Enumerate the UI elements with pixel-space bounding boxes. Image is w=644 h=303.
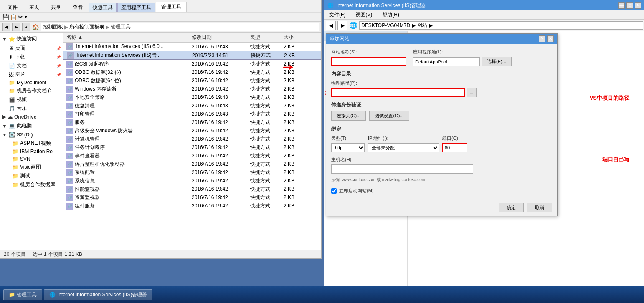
office-icon: 📁 — [9, 88, 15, 94]
file-row-19[interactable]: 🔗组件服务 2016/7/16 19:42 快捷方式 2 KB — [63, 202, 321, 210]
sidebar-item-docs[interactable]: 📄 文档 📌 — [0, 61, 63, 70]
physical-path-row: ... — [331, 88, 552, 97]
asp-label: ASP.NET视频 — [20, 140, 51, 147]
file-icon-19: 🔗 — [66, 203, 73, 210]
col-header-name[interactable]: 名称 ▲ — [65, 33, 190, 41]
hostname-input[interactable] — [331, 164, 473, 174]
iis-forward-btn[interactable]: ▶ — [337, 21, 347, 30]
iis-menu-file[interactable]: 文件(F) — [326, 10, 349, 19]
file-row-0[interactable]: 🔗 Internet Information Services (IIS) 6.… — [63, 43, 321, 51]
sidebar-item-asp[interactable]: 📁 ASP.NET视频 — [0, 139, 63, 148]
app-pool-input[interactable] — [413, 57, 480, 66]
start-website-row: 立即启动网站(M) — [331, 188, 552, 194]
file-size-10: 2 KB — [282, 128, 307, 134]
sidebar-item-mydoc[interactable]: 📁 MyDocument — [0, 79, 63, 86]
back-btn[interactable]: ◀ — [2, 23, 10, 31]
tab-manage1[interactable]: 快捷工具 — [89, 3, 117, 12]
taskbar-iis-btn[interactable]: 🌐 Internet Information Services (IIS)管理器 — [44, 289, 152, 300]
file-row-7[interactable]: 🔗磁盘清理 2016/7/16 19:43 快捷方式 2 KB — [63, 101, 321, 110]
iis-menu-view[interactable]: 视图(V) — [352, 10, 375, 19]
file-row-15[interactable]: 🔗系统配置 2016/7/16 19:42 快捷方式 2 KB — [63, 168, 321, 177]
taskbar-explorer-btn[interactable]: 📁 管理工具 — [3, 289, 42, 300]
sidebar-item-pics[interactable]: 🖼 图片 📌 — [0, 70, 63, 79]
file-size-4: 2 KB — [282, 78, 307, 83]
type-select[interactable]: http https — [331, 143, 365, 152]
file-row-5[interactable]: 🔗Windows 内存诊断 2016/7/16 19:42 快捷方式 2 KB — [63, 85, 321, 93]
taskbar: 📁 管理工具 🌐 Internet Information Services (… — [0, 286, 644, 303]
sidebar-item-office[interactable]: 📁 机房合作文档 (: — [0, 86, 63, 95]
tab-share[interactable]: 共享 — [46, 2, 66, 12]
file-row-12[interactable]: 🔗任务计划程序 2016/7/16 19:42 快捷方式 2 KB — [63, 143, 321, 152]
dialog-close-btn[interactable]: ✕ — [547, 35, 554, 42]
status-bar: 20 个项目 选中 1 个项目 1.21 KB — [0, 250, 321, 258]
file-row-14[interactable]: 🔗碎片整理和优化驱动器 2016/7/16 19:42 快捷方式 2 KB — [63, 160, 321, 168]
col-header-size[interactable]: 大小 — [282, 33, 307, 41]
file-name-19: 🔗组件服务 — [65, 202, 190, 210]
sidebar-item-ibm[interactable]: 📁 IBM Ration Ro — [0, 148, 63, 155]
start-website-checkbox[interactable] — [331, 188, 337, 194]
col-header-date[interactable]: 修改日期 — [190, 33, 248, 41]
tab-view[interactable]: 查看 — [67, 2, 88, 12]
sidebar-section-s2[interactable]: ▼ 💽 S2 (D:) — [0, 131, 63, 139]
sidebar-section-onedrive[interactable]: ▶ ☁ OneDrive — [0, 113, 63, 121]
ok-btn[interactable]: 确定 — [499, 203, 524, 212]
file-row-13[interactable]: 🔗事件查看器 2016/7/16 19:42 快捷方式 2 KB — [63, 152, 321, 160]
forward-btn[interactable]: ▶ — [12, 23, 20, 31]
file-type-8: 快捷方式 — [248, 111, 282, 118]
tab-manage3[interactable]: 管理工具 — [156, 2, 187, 12]
file-row-18[interactable]: 🔗资源监视器 2016/7/16 19:42 快捷方式 2 KB — [63, 193, 321, 202]
select-pool-btn[interactable]: 选择(E)... — [482, 57, 512, 66]
iis-back-btn[interactable]: ◀ — [326, 21, 336, 30]
address-path[interactable]: 控制面板 ▶ 所有控制面板项 ▶ 管理工具 — [41, 23, 319, 31]
cancel-btn[interactable]: 取消 — [527, 203, 552, 212]
col-header-type[interactable]: 类型 — [248, 33, 282, 41]
chevron-icon2: ▶ — [2, 114, 6, 120]
sidebar-item-db[interactable]: 📁 机房合作数据库 — [0, 180, 63, 189]
file-row-17[interactable]: 🔗性能监视器 2016/7/16 19:42 快捷方式 2 KB — [63, 185, 321, 193]
tab-manage1-label: 快捷工具 — [93, 4, 113, 11]
port-input[interactable] — [442, 143, 467, 152]
test-settings-btn[interactable]: 测试设置(G)... — [369, 111, 409, 121]
drive-icon: 💽 — [9, 132, 15, 138]
up-btn[interactable]: ▲ — [22, 23, 30, 31]
file-row-10[interactable]: 🔗高级安全 Windows 防火墙 2016/7/16 19:42 快捷方式 2… — [63, 126, 321, 135]
tab-manage2[interactable]: 应用程序工具 — [117, 3, 155, 12]
ip-select[interactable]: 全部未分配 — [368, 143, 439, 152]
file-row-1[interactable]: 🔗 Internet Information Services (IIS)管..… — [63, 51, 321, 60]
sidebar-item-music[interactable]: 🎵 音乐 — [0, 104, 63, 113]
minimize-btn[interactable]: — — [618, 2, 625, 9]
dialog-help-btn[interactable]: ? — [539, 35, 545, 42]
sidebar-item-video[interactable]: 🎬 视频 — [0, 95, 63, 104]
sidebar-item-svn[interactable]: 📁 SVN — [0, 155, 63, 163]
tab-home[interactable]: 主页 — [24, 2, 45, 12]
iis-breadcrumb[interactable]: DESKTOP-VG04M7D ▶ 网站 ▶ — [359, 21, 643, 30]
site-name-input[interactable] — [331, 57, 406, 66]
sidebar-item-test[interactable]: 📁 测试 — [0, 172, 63, 180]
file-row-6[interactable]: 🔗本地安全策略 2016/7/16 19:43 快捷方式 2 KB — [63, 93, 321, 101]
connect-as-btn[interactable]: 连接为(C)... — [331, 111, 366, 121]
file-type-12: 快捷方式 — [248, 144, 282, 151]
file-row-4[interactable]: 🔗ODBC 数据源(64 位) 2016/7/16 19:42 快捷方式 2 K… — [63, 76, 321, 85]
browse-btn[interactable]: ... — [467, 88, 477, 97]
sidebar-item-desktop[interactable]: 🖥 桌面 📌 — [0, 44, 63, 53]
file-row-16[interactable]: 🔗系统信息 2016/7/16 19:42 快捷方式 2 KB — [63, 177, 321, 185]
sidebar-section-quick-access[interactable]: ▼ ⭐ 快速访问 — [0, 34, 63, 44]
iis-menu-help[interactable]: 帮助(H) — [379, 10, 403, 19]
file-row-8[interactable]: 🔗打印管理 2016/7/16 19:43 快捷方式 2 KB — [63, 110, 321, 118]
file-row-11[interactable]: 🔗计算机管理 2016/7/16 19:42 快捷方式 2 KB — [63, 135, 321, 143]
sidebar-item-download[interactable]: ⬇ 下载 📌 — [0, 53, 63, 61]
tab-file[interactable]: 文件 — [2, 2, 23, 12]
example-text: 示例: www.contoso.com 或 marketing.contoso.… — [331, 177, 552, 183]
db-label: 机房合作数据库 — [20, 181, 55, 188]
close-btn[interactable]: ✕ — [635, 2, 641, 9]
sidebar-section-thispc[interactable]: ▼ 💻 此电脑 — [0, 121, 63, 131]
sidebar-item-visio[interactable]: 📁 Visio画图 — [0, 163, 63, 172]
file-size-6: 2 KB — [282, 94, 307, 100]
file-date-18: 2016/7/16 19:42 — [190, 194, 248, 200]
maximize-btn[interactable]: □ — [626, 2, 633, 9]
ibm-label: IBM Ration Ro — [20, 149, 53, 154]
file-row-9[interactable]: 🔗服务 2016/7/16 19:42 快捷方式 2 KB — [63, 118, 321, 126]
file-name-9: 🔗服务 — [65, 119, 190, 126]
physical-path-input[interactable] — [331, 88, 465, 97]
start-website-label: 立即启动网站(M) — [339, 188, 374, 194]
